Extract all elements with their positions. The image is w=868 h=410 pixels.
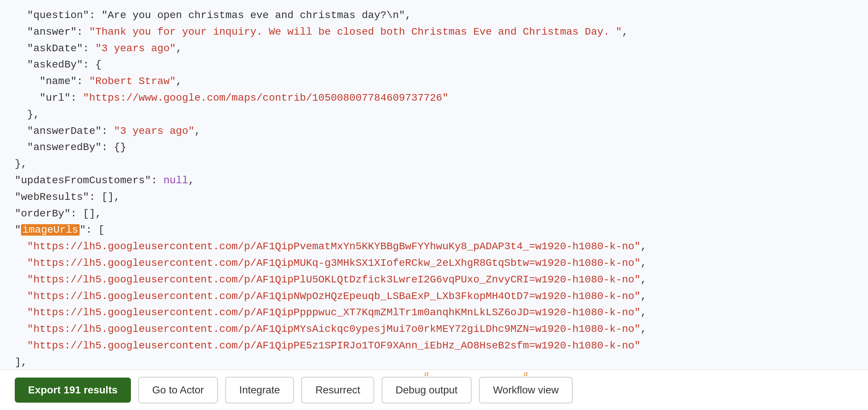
json-string: "3 years ago" bbox=[114, 125, 194, 137]
json-key: , bbox=[622, 26, 628, 38]
json-key: "name": bbox=[15, 76, 89, 87]
integrate-button[interactable]: Integrate bbox=[225, 377, 294, 403]
json-key: "answerDate": bbox=[15, 125, 114, 137]
code-line: "askDate": "3 years ago", bbox=[15, 41, 853, 57]
json-highlight-key: imageUrls bbox=[21, 224, 80, 236]
json-comma: , bbox=[640, 257, 647, 269]
toolbar-buttons: Export 191 results Go to Actor Integrate… bbox=[15, 377, 573, 403]
json-string: "https://lh5.googleusercontent.com/p/AF1… bbox=[15, 291, 640, 302]
code-line: "answeredBy": {} bbox=[15, 139, 853, 156]
code-line: "url": "https://www.google.com/maps/cont… bbox=[15, 90, 853, 107]
json-key: "question": "Are you open christmas eve … bbox=[15, 10, 411, 21]
json-string: "https://lh5.googleusercontent.com/p/AF1… bbox=[15, 340, 640, 351]
json-key: ], bbox=[15, 357, 27, 368]
json-key: }, bbox=[15, 158, 27, 170]
json-string: "https://lh5.googleusercontent.com/p/AF1… bbox=[15, 241, 640, 252]
json-key: "url": bbox=[15, 92, 83, 104]
code-line: }, bbox=[15, 107, 853, 123]
json-key: "askedBy": { bbox=[15, 59, 101, 70]
code-line: "imageUrls": [ bbox=[15, 222, 853, 239]
go-to-actor-button[interactable]: Go to Actor bbox=[138, 377, 218, 403]
code-line: "https://lh5.googleusercontent.com/p/AF1… bbox=[15, 255, 853, 272]
json-key: "askDate": bbox=[15, 43, 95, 54]
json-key: ": [ bbox=[80, 224, 104, 236]
code-display: "question": "Are you open christmas eve … bbox=[0, 0, 868, 369]
workflow-view-wrapper: α Workflow view bbox=[479, 377, 573, 403]
json-key: , bbox=[194, 125, 201, 137]
json-key: , bbox=[176, 76, 182, 87]
json-string: "Robert Straw" bbox=[89, 76, 176, 87]
code-line: "answerDate": "3 years ago", bbox=[15, 123, 853, 140]
code-line: }, bbox=[15, 156, 853, 173]
json-null: null bbox=[163, 175, 188, 186]
json-key: "answeredBy": {} bbox=[15, 142, 126, 153]
json-key: }, bbox=[15, 109, 39, 120]
code-line: "answer": "Thank you for your inquiry. W… bbox=[15, 24, 853, 41]
code-line: "https://lh5.googleusercontent.com/p/AF1… bbox=[15, 272, 853, 288]
code-line: "orderBy": [], bbox=[15, 206, 853, 222]
json-string: "3 years ago" bbox=[95, 43, 176, 54]
json-comma: , bbox=[640, 291, 647, 302]
code-line: "https://lh5.googleusercontent.com/p/AF1… bbox=[15, 338, 853, 354]
code-line: "https://lh5.googleusercontent.com/p/AF1… bbox=[15, 305, 853, 321]
code-line: "question": "Are you open christmas eve … bbox=[15, 7, 853, 24]
json-string: "Thank you for your inquiry. We will be … bbox=[89, 26, 622, 38]
code-line: "webResults": [], bbox=[15, 189, 853, 206]
json-comma: , bbox=[640, 274, 647, 285]
json-comma: , bbox=[640, 307, 647, 318]
json-comma: , bbox=[640, 241, 647, 252]
debug-alpha-badge: α bbox=[424, 369, 429, 378]
json-string: "https://lh5.googleusercontent.com/p/AF1… bbox=[15, 323, 640, 335]
json-string: "https://lh5.googleusercontent.com/p/AF1… bbox=[15, 274, 640, 285]
code-line: "askedBy": { bbox=[15, 57, 853, 73]
code-line: "https://lh5.googleusercontent.com/p/AF1… bbox=[15, 321, 853, 338]
json-comma: , bbox=[640, 323, 647, 335]
json-key: , bbox=[176, 43, 182, 54]
code-line: "name": "Robert Straw", bbox=[15, 73, 853, 90]
toolbar: Export 191 results Go to Actor Integrate… bbox=[0, 369, 868, 410]
resurrect-button[interactable]: Resurrect bbox=[301, 377, 374, 403]
json-key: "orderBy": [], bbox=[15, 208, 101, 219]
json-string: "https://lh5.googleusercontent.com/p/AF1… bbox=[15, 257, 640, 269]
json-key: " bbox=[15, 224, 21, 236]
export-button[interactable]: Export 191 results bbox=[15, 378, 131, 403]
json-key: "webResults": [], bbox=[15, 191, 120, 203]
code-line: "https://lh5.googleusercontent.com/p/AF1… bbox=[15, 288, 853, 305]
json-key: "answer": bbox=[15, 26, 89, 38]
code-line: "updatesFromCustomers": null, bbox=[15, 173, 853, 189]
json-string: "https://lh5.googleusercontent.com/p/AF1… bbox=[15, 307, 640, 318]
code-line: "https://lh5.googleusercontent.com/p/AF1… bbox=[15, 239, 853, 255]
json-string: "https://www.google.com/maps/contrib/105… bbox=[83, 92, 448, 104]
debug-output-wrapper: α Debug output bbox=[382, 377, 472, 403]
json-key: , bbox=[188, 175, 194, 186]
code-line: ], bbox=[15, 354, 853, 369]
json-key: "updatesFromCustomers": bbox=[15, 175, 163, 186]
workflow-view-button[interactable]: Workflow view bbox=[479, 377, 573, 403]
workflow-alpha-badge: α bbox=[524, 369, 528, 378]
debug-output-button[interactable]: Debug output bbox=[382, 377, 472, 403]
